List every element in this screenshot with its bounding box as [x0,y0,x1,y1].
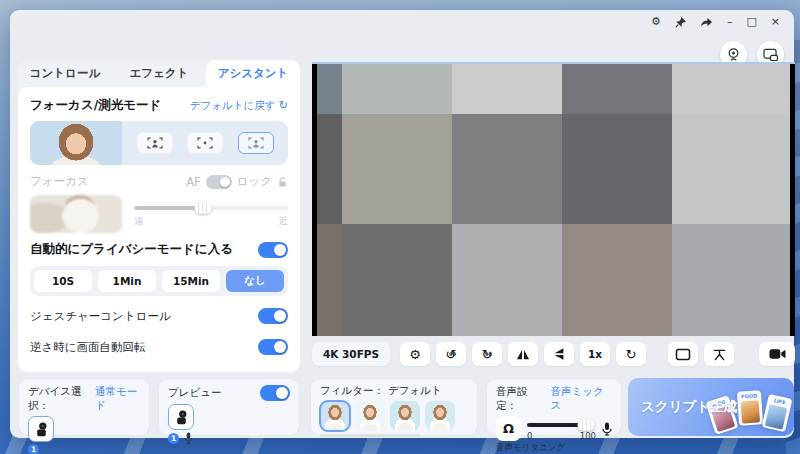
reset-icon: ↻ [279,99,288,112]
preview-block [317,114,342,224]
filter-thumbnails [320,401,468,431]
focus-mode-row [30,121,288,165]
microphone-icon[interactable] [184,432,193,444]
filter-scrollbar[interactable] [320,434,420,437]
audio-settings-label: 音声設定： [496,385,546,413]
settings-icon[interactable]: ⚙ [651,15,661,29]
mini-card-food: FOOD [737,390,763,426]
rotate-ccw-button[interactable]: ↺90 [436,342,466,366]
privacy-option-none[interactable]: なし [226,270,284,292]
preview-block [672,64,790,114]
filter-label: フィルター： [320,384,384,398]
preview-block [452,64,562,114]
gesture-control-label: ジェスチャーコントロール [30,309,171,324]
focus-slider[interactable] [134,206,288,210]
volume-min-label: 0 [527,431,532,441]
device-mode-value[interactable]: 通常モード [95,385,140,413]
preview-number-badge: 1 [168,433,179,444]
share-icon[interactable] [700,17,713,28]
auto-rotate-label: 逆さ時に画面自動回転 [30,340,146,355]
tab-effect[interactable]: エフェクト [112,60,206,87]
gear-icon: ⚙ [409,347,421,362]
reset-default-link[interactable]: デフォルトに戻す ↻ [190,99,288,113]
spot-metering-button[interactable] [187,132,223,154]
focus-slider-handle[interactable] [195,203,212,214]
preview-block [562,224,672,336]
privacy-timer-options: 10S 1Min 15Min なし [30,266,288,296]
focus-mode-title: フォーカス/測光モード [30,97,161,114]
preview-block [562,114,672,224]
preview-block [342,224,453,336]
filter-thumbnail-4[interactable] [425,401,455,431]
lock-label: ロック [237,174,272,189]
volume-slider[interactable] [527,423,596,427]
video-preview [312,62,795,336]
maximize-button[interactable]: □ [746,15,756,29]
filter-value[interactable]: デフォルト [388,384,442,398]
microphone-icon[interactable] [602,422,612,436]
rotate-cw-button[interactable]: ↻90 [472,342,502,366]
gesture-control-toggle[interactable] [258,308,288,324]
volume-max-label: 100 [580,431,596,441]
resolution-button[interactable]: 4K 30FPS [312,342,390,366]
unlock-icon[interactable] [277,176,288,188]
audio-monitor-button[interactable]: Ω [496,416,521,441]
assistant-panel: フォーカス/測光モード デフォルトに戻す ↻ [18,87,300,372]
frame-button[interactable] [668,342,698,366]
privacy-mode-toggle[interactable] [258,242,288,258]
video-preview-blocks [317,64,790,336]
refresh-icon: ↻ [626,347,637,362]
rotate-ccw-badge: 90 [449,351,456,357]
audio-settings-card: 音声設定： 音声ミックス Ω 0 100 音声モリタニング [486,378,622,436]
focus-row: 遠 近 [30,195,288,233]
privacy-option-1min[interactable]: 1Min [98,270,156,292]
tripod-button[interactable] [704,342,734,366]
preview-block [342,64,453,114]
focus-preview-thumbnail [30,195,122,233]
device-select-label: デバイス選択： [28,385,91,413]
device-thumbnail[interactable] [28,416,54,442]
flip-horizontal-button[interactable] [508,342,538,366]
script-generate-button[interactable]: スクリプト生成 VLOG FOOD LIFE [628,378,794,436]
privacy-option-15min[interactable]: 15Min [162,270,220,292]
filter-thumbnail-default[interactable] [320,401,350,431]
pin-icon[interactable] [675,17,686,28]
mini-card-life: LIFE [761,394,792,433]
video-camera-icon [769,348,786,360]
af-label: AF [186,175,200,189]
preview-block [452,114,562,224]
flip-vertical-button[interactable] [544,342,574,366]
zoom-level-button[interactable]: 1x [580,342,610,366]
gimbal-camera-icon [33,421,50,438]
face-af-mode-button[interactable] [137,132,173,154]
preview-block [317,64,342,114]
privacy-mode-label: 自動的にプライバシーモードに入る [30,241,233,258]
preview-block [452,224,562,336]
preview-toolbar: 4K 30FPS ⚙ ↺90 ↻90 1x ↻ [312,342,795,366]
close-button[interactable]: × [771,15,780,29]
stream-settings-button[interactable]: ⚙ [400,342,430,366]
face-metering-button[interactable] [238,132,274,154]
privacy-option-10s[interactable]: 10S [34,270,92,292]
flip-vertical-icon [552,347,566,361]
volume-slider-handle[interactable] [577,419,594,430]
preview-block [342,114,453,224]
face-preview-thumbnail [30,121,122,165]
tab-assistant[interactable]: アシスタント [206,60,300,87]
reset-view-button[interactable]: ↻ [616,342,646,366]
auto-rotate-toggle[interactable] [258,339,288,355]
minimize-button[interactable]: – [727,15,733,29]
record-button[interactable] [759,342,795,366]
filter-thumbnail-2[interactable] [355,401,385,431]
audio-monitoring-label: 音声モリタニング [496,442,612,454]
tab-control[interactable]: コントロール [18,60,112,87]
left-panel: コントロール エフェクト アシスタント フォーカス/測光モード デフォルトに戻す… [18,60,300,372]
filter-thumbnail-3[interactable] [390,401,420,431]
af-toggle[interactable] [206,175,232,189]
preview-label: プレビュー [168,386,221,400]
face-frame-selected-icon [247,136,265,150]
rotate-cw-badge: 90 [485,351,492,357]
preview-device-thumbnail[interactable] [168,404,194,430]
preview-toggle[interactable] [260,385,290,401]
audio-mix-value[interactable]: 音声ミックス [550,385,612,413]
